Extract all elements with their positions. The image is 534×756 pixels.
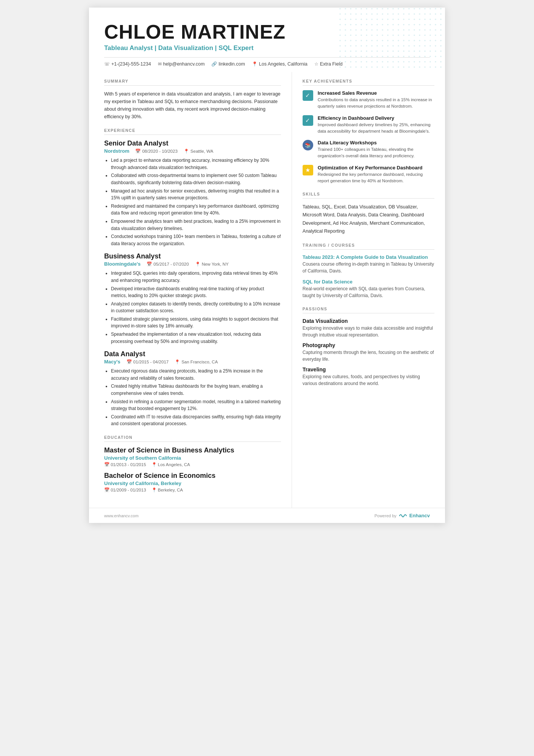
list-item: Conducted workshops training 100+ team m… [111, 233, 281, 247]
calendar-icon-3: 📅 [126, 359, 132, 365]
job-2-title: Business Analyst [104, 252, 281, 260]
email-text: help@enhancv.com [163, 61, 205, 67]
calendar-icon-1: 📅 [135, 149, 141, 154]
skills-section-title: SKILLS [303, 192, 434, 199]
contact-email: ✉ help@enhancv.com [158, 61, 205, 67]
job-3-title: Data Analyst [104, 350, 281, 358]
achievement-1-title: Increased Sales Revenue [318, 90, 434, 96]
achievement-4-title: Optimization of Key Performance Dashboar… [318, 165, 434, 171]
footer-url: www.enhancv.com [104, 513, 139, 518]
summary-section-title: SUMMARY [104, 79, 281, 86]
experience-section-title: EXPERIENCE [104, 128, 281, 135]
degree-1: Master of Science in Business Analytics … [104, 446, 281, 467]
degree-2-meta: 📅 01/2009 - 01/2013 📍 Berkeley, CA [104, 487, 281, 493]
job-1-dates: 📅 08/2020 - 10/2023 [135, 149, 177, 154]
achievement-2-icon: ✓ [303, 115, 313, 126]
link-icon: 🔗 [211, 61, 217, 67]
job-1-location: 📍 Seattle, WA [184, 149, 213, 154]
list-item: Facilitated strategic planning sessions,… [111, 316, 281, 330]
passion-3-title: Traveling [303, 366, 434, 373]
education-section-title: EDUCATION [104, 435, 281, 442]
location-icon: 📍 [252, 61, 258, 67]
list-item: Spearheaded the implementation of a new … [111, 331, 281, 345]
phone-icon: ☏ [104, 61, 110, 67]
list-item: Coordinated with IT to resolve data disc… [111, 413, 281, 427]
passion-3-desc: Exploring new cultures, foods, and persp… [303, 373, 434, 387]
list-item: Created highly intuitive Tableau dashboa… [111, 383, 281, 397]
header: CHLOE MARTINEZ Tableau Analyst | Data Vi… [89, 8, 445, 72]
passion-1: Data Visualization Exploring innovative … [303, 318, 434, 338]
footer-powered: Powered by Enhancv [375, 513, 430, 518]
job-2: Business Analyst Bloomingdale's 📅 05/201… [104, 252, 281, 345]
job-2-location: 📍 New York, NY [195, 261, 229, 267]
job-3: Data Analyst Macy's 📅 01/2015 - 04/2017 … [104, 350, 281, 427]
extra-text: Extra Field [320, 61, 343, 67]
pin-icon-3: 📍 [175, 359, 180, 365]
passion-1-title: Data Visualization [303, 318, 434, 324]
brand-name: Enhancv [409, 513, 430, 518]
achievement-3-desc: Trained 100+ colleagues in Tableau, elev… [318, 146, 434, 160]
contact-bar: ☏ +1-(234)-555-1234 ✉ help@enhancv.com 🔗… [104, 57, 430, 67]
achievement-1-icon: ✓ [303, 90, 313, 101]
skills-text: Tableau, SQL, Excel, Data Visualization,… [303, 203, 434, 235]
course-1: Tableau 2023: A Complete Guide to Data V… [303, 254, 434, 274]
job-1-bullets: Led a project to enhance data reporting … [104, 157, 281, 247]
candidate-name: CHLOE MARTINEZ [104, 21, 430, 43]
degree-2-title: Bachelor of Science in Economics [104, 472, 281, 480]
job-1-company: Nordstrom [104, 148, 129, 154]
job-1: Senior Data Analyst Nordstrom 📅 08/2020 … [104, 139, 281, 247]
passion-3: Traveling Exploring new cultures, foods,… [303, 366, 434, 387]
course-1-title: Tableau 2023: A Complete Guide to Data V… [303, 254, 434, 260]
job-3-bullets: Executed rigorous data cleaning protocol… [104, 368, 281, 427]
job-2-company: Bloomingdale's [104, 261, 141, 267]
job-3-company: Macy's [104, 359, 120, 365]
course-1-desc: Cousera course offering in-depth trainin… [303, 261, 434, 274]
achievement-2: ✓ Efficiency in Dashboard Delivery Impro… [303, 115, 434, 135]
footer: www.enhancv.com Powered by Enhancv [89, 508, 445, 523]
job-3-meta: Macy's 📅 01/2015 - 04/2017 📍 San Francis… [104, 359, 281, 365]
right-column: KEY ACHIEVEMENTS ✓ Increased Sales Reven… [292, 72, 445, 508]
achievement-4-icon: ★ [303, 165, 313, 175]
passion-2: Photography Capturing moments through th… [303, 342, 434, 363]
degree-2: Bachelor of Science in Economics Univers… [104, 472, 281, 493]
degree-1-school: University of Southern California [104, 455, 281, 461]
location-text: Los Angeles, California [259, 61, 308, 67]
achievement-2-title: Efficiency in Dashboard Delivery [318, 115, 434, 121]
extra-icon: ☆ [314, 61, 319, 67]
list-item: Redesigned and maintained the company's … [111, 203, 281, 217]
achievements-section-title: KEY ACHIEVEMENTS [303, 79, 434, 86]
job-3-location: 📍 San Francisco, CA [175, 359, 218, 365]
left-column: SUMMARY With 5 years of experience in da… [89, 72, 292, 508]
degree-2-school: University of California, Berkeley [104, 481, 281, 486]
job-2-meta: Bloomingdale's 📅 05/2017 - 07/2020 📍 New… [104, 261, 281, 267]
degree-1-title: Master of Science in Business Analytics [104, 446, 281, 454]
achievement-3-title: Data Literacy Workshops [318, 140, 434, 146]
job-1-title: Senior Data Analyst [104, 139, 281, 147]
list-item: Assisted in refining a customer segmenta… [111, 398, 281, 412]
contact-extra: ☆ Extra Field [314, 61, 343, 67]
list-item: Integrated SQL queries into daily operat… [111, 270, 281, 284]
list-item: Collaborated with cross-departmental tea… [111, 172, 281, 186]
job-2-bullets: Integrated SQL queries into daily operat… [104, 270, 281, 345]
achievement-4: ★ Optimization of Key Performance Dashbo… [303, 165, 434, 185]
contact-phone: ☏ +1-(234)-555-1234 [104, 61, 151, 67]
pin-icon-2: 📍 [195, 261, 200, 267]
list-item: Led a project to enhance data reporting … [111, 157, 281, 171]
list-item: Developed interactive dashboards enablin… [111, 285, 281, 299]
contact-location: 📍 Los Angeles, California [252, 61, 308, 67]
course-2-desc: Real-world experience with SQL data quer… [303, 285, 434, 299]
list-item: Empowered the analytics team with best p… [111, 218, 281, 232]
passion-1-desc: Exploring innovative ways to make data a… [303, 325, 434, 338]
job-2-dates: 📅 05/2017 - 07/2020 [147, 261, 189, 267]
phone-text: +1-(234)-555-1234 [111, 61, 151, 67]
list-item: Executed rigorous data cleaning protocol… [111, 368, 281, 382]
achievement-4-desc: Redesigned the key performance dashboard… [318, 171, 434, 185]
achievement-1: ✓ Increased Sales Revenue Contributions … [303, 90, 434, 110]
passion-2-desc: Capturing moments through the lens, focu… [303, 349, 434, 363]
main-content: SUMMARY With 5 years of experience in da… [89, 72, 445, 508]
passion-2-title: Photography [303, 342, 434, 348]
passions-section-title: PASSIONS [303, 307, 434, 313]
training-section-title: TRAINING / COURSES [303, 243, 434, 250]
job-3-dates: 📅 01/2015 - 04/2017 [126, 359, 169, 365]
email-icon: ✉ [158, 61, 162, 67]
